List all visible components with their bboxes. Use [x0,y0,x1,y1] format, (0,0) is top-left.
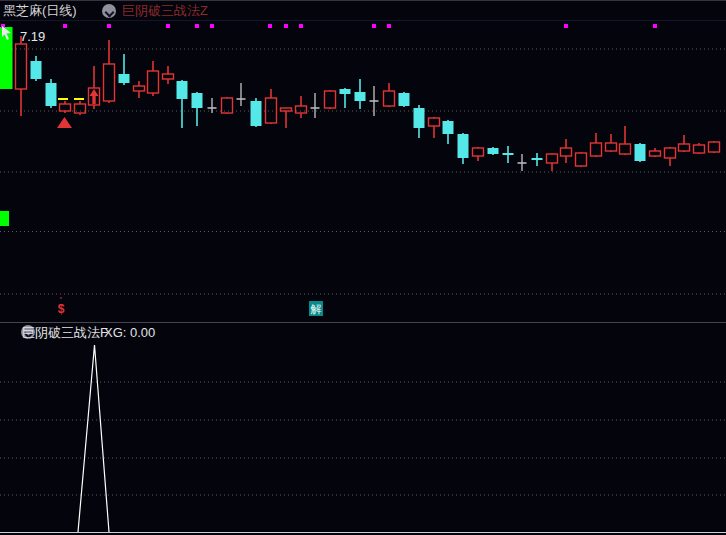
down-candle [503,153,514,155]
down-candle [31,61,42,79]
signal-dot [653,24,657,28]
down-candle [399,93,410,106]
signal-dot [107,24,111,28]
main-indicator-title: 巨阴破三战法Z [122,4,208,18]
up-candle [694,145,705,153]
up-candle [561,148,572,156]
sub-indicator-value: XG: 0.00 [104,326,155,340]
mouse-cursor-icon [1,26,17,42]
down-candle [532,158,543,160]
down-candle [251,101,262,126]
down-candle [46,83,57,106]
down-candle [355,92,366,101]
xg-spike-line [78,345,109,532]
signal-dot [564,24,568,28]
symbol-title: 黑芝麻(日线) [3,4,77,18]
up-candle [473,148,484,156]
signal-dot [268,24,272,28]
up-candle [281,108,292,111]
up-candle [148,71,159,93]
down-candle [340,89,351,94]
signal-dot [372,24,376,28]
up-candle [606,143,617,151]
down-candle [488,148,499,154]
up-candle [325,91,336,108]
main-header-underline [0,20,726,21]
signal-dot [166,24,170,28]
up-candle [576,153,587,166]
up-candle [679,144,690,151]
sub-indicator-title: 巨阴破三战法F [22,326,108,340]
down-candle [414,108,425,128]
signal-dot [63,24,67,28]
red-triangle-marker [57,117,72,128]
up-candle [75,104,86,113]
up-candle [296,106,307,113]
dollar-marker[interactable]: $ [58,302,65,316]
signal-dot [299,24,303,28]
up-candle [266,98,277,123]
up-candle [222,98,233,113]
down-candle [119,74,130,83]
up-candle [104,64,115,101]
up-candle [665,148,676,158]
down-candle [635,144,646,161]
up-candle [163,74,174,79]
partial-green-bar [0,211,9,226]
red-arrow-head [90,89,99,96]
up-candle [547,154,558,163]
down-candle [177,81,188,99]
up-candle [134,86,145,91]
down-candle [443,121,454,134]
trading-app-window: $解 黑芝麻(日线) 巨阴破三战法Z 7.19 巨阴破三战法F XG: 0.00 [0,0,726,535]
up-candle [429,118,440,126]
up-candle [384,91,395,106]
up-candle [650,151,661,156]
signal-dot [387,24,391,28]
up-candle [620,144,631,154]
jie-badge-label: 解 [311,303,322,315]
chevron-down-icon[interactable] [102,4,116,18]
up-candle [709,142,720,152]
panel-divider[interactable] [0,322,726,323]
up-candle [16,44,27,89]
price-label: 7.19 [20,29,45,44]
chart-canvas[interactable]: $解 [0,1,726,535]
up-candle [60,104,71,111]
signal-dot [195,24,199,28]
down-candle [458,134,469,158]
down-candle [192,93,203,108]
signal-dot [284,24,288,28]
signal-dot [210,24,214,28]
up-candle [591,143,602,156]
